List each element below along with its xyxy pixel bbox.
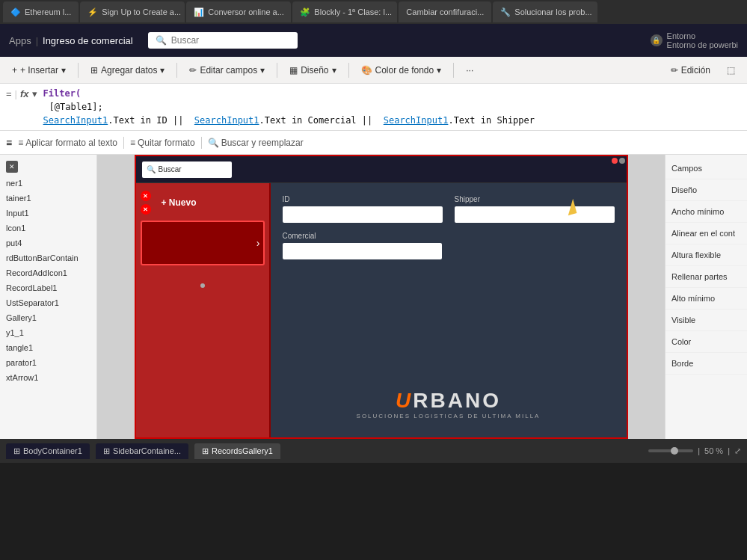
tab-ethereum[interactable]: 🔷 Ethereum l... (3, 1, 79, 22)
app-field-id-label: ID (283, 195, 443, 203)
edicion-button[interactable]: ✏ Edición (663, 62, 718, 79)
tab-blockly[interactable]: 🧩 Blockly - 1ª Clase: l... (292, 1, 397, 22)
delete-icon-2[interactable]: ✕ (141, 204, 151, 215)
nuevo-label[interactable]: + Nuevo (162, 197, 197, 208)
status-tab-sidebar-label: SidebarContaine... (113, 446, 181, 455)
search-box[interactable]: 🔍 (148, 32, 298, 49)
app-field-shipper-input[interactable] (455, 206, 615, 223)
ribbon-separator-3 (277, 63, 277, 78)
apply-format-label: Aplicar formato al texto (25, 138, 117, 148)
editar-campos-label: Editar campos (200, 65, 257, 76)
left-panel-item-2[interactable]: Input1 (0, 206, 96, 221)
close-button[interactable]: ✕ (6, 161, 18, 173)
tab-blockly-label: Blockly - 1ª Clase: l... (314, 7, 392, 16)
tab-solucionar[interactable]: 🔧 Solucionar los prob... (493, 1, 597, 22)
more-button[interactable]: ··· (460, 62, 479, 79)
left-panel-item-0[interactable]: ner1 (0, 176, 96, 191)
left-panel-item-7[interactable]: RecordLabel1 (0, 280, 96, 295)
editar-campos-button[interactable]: ✏ Editar campos ▾ (183, 62, 271, 79)
app-field-id-input[interactable] (283, 206, 443, 223)
right-panel-diseno[interactable]: Diseño (665, 179, 747, 201)
remove-format-button[interactable]: ≡ Quitar formato (130, 138, 195, 148)
ribbon-separator-4 (348, 63, 349, 78)
entorno-info: Entorno Entorno de powerbi (667, 31, 738, 49)
zoom-expand-icon[interactable]: ⤢ (734, 446, 741, 456)
app-corner-indicators (612, 158, 625, 164)
diseno-button[interactable]: ▦ Diseño ▾ (283, 62, 342, 79)
remove-format-icon: ≡ (130, 138, 135, 148)
app-field-comercial-input[interactable] (283, 243, 442, 259)
search-replace-icon: 🔍 (208, 138, 219, 148)
left-panel-item-11[interactable]: tangle1 (0, 340, 96, 355)
entorno-label: Entorno (667, 31, 738, 40)
agregar-datos-button[interactable]: ⊞ Agregar datos ▾ (84, 62, 170, 79)
app-field-id: ID (283, 195, 443, 223)
left-panel-item-3[interactable]: lcon1 (0, 221, 96, 236)
app-sidebar-header: ✕ ✕ + Nuevo (141, 188, 265, 218)
left-panel-item-6[interactable]: RecordAddIcon1 (0, 265, 96, 280)
app-preview-search[interactable]: 🔍 Buscar (142, 161, 232, 178)
browser-tab-bar: 🔷 Ethereum l... ⚡ Sign Up to Create a...… (0, 0, 747, 24)
status-tab-body[interactable]: ⊞ BodyContainer1 (6, 443, 90, 459)
app-record-item[interactable]: › (141, 221, 265, 265)
search-input[interactable] (171, 35, 290, 46)
search-icon: 🔍 (156, 35, 167, 46)
left-panel-item-4[interactable]: put4 (0, 236, 96, 250)
delete-icon-1[interactable]: ✕ (141, 191, 151, 201)
left-panel-item-13[interactable]: xtArrow1 (0, 370, 96, 385)
triple-line-icon: ≡ (6, 137, 12, 149)
zoom-slider-thumb[interactable] (671, 447, 678, 455)
search-replace-button[interactable]: 🔍 Buscar y reemplazar (208, 138, 304, 148)
left-panel-item-10[interactable]: y1_1 (0, 325, 96, 340)
status-tab-sidebar[interactable]: ⊞ SidebarContaine... (96, 443, 188, 459)
right-panel-borde[interactable]: Borde (665, 353, 747, 375)
agregar-datos-chevron-icon: ▾ (160, 65, 165, 76)
tab-signup[interactable]: ⚡ Sign Up to Create a... (80, 1, 185, 22)
status-bar: ⊞ BodyContainer1 ⊞ SidebarContaine... ⊞ … (0, 439, 747, 463)
formula-separator-icon: | (15, 88, 17, 99)
zoom-separator-left: | (698, 446, 700, 455)
apply-format-button[interactable]: ≡ Aplicar formato al texto (18, 138, 117, 148)
zoom-slider[interactable] (648, 449, 693, 452)
left-panel-item-9[interactable]: Gallery1 (0, 310, 96, 325)
right-panel-alto[interactable]: Alto mínimo (665, 288, 747, 310)
right-panel-ancho[interactable]: Ancho mínimo (665, 201, 747, 223)
sidebar-container-icon: ⊞ (103, 446, 110, 456)
tab-cambiar-label: Cambiar confifuraci... (406, 7, 484, 16)
left-panel-item-12[interactable]: parator1 (0, 355, 96, 370)
zoom-separator-right: | (728, 446, 730, 455)
expand-icon: ⬚ (727, 65, 735, 76)
tab-conversor-icon: 📊 (194, 7, 204, 17)
ribbon-separator-5 (453, 63, 454, 78)
breadcrumb: Apps | Ingreso de comercial (9, 35, 133, 46)
left-panel-item-8[interactable]: UstSeparator1 (0, 295, 96, 310)
right-panel-campos[interactable]: Campos (665, 158, 747, 179)
editar-campos-icon: ✏ (189, 65, 197, 76)
right-panel-altura[interactable]: Altura flexible (665, 244, 747, 266)
tab-blockly-icon: 🧩 (300, 7, 310, 17)
app-toolbar: Apps | Ingreso de comercial 🔍 🔒 Entorno … (0, 24, 747, 57)
breadcrumb-separator: | (36, 35, 38, 46)
indicator-red (612, 158, 618, 164)
formula-fx-icon[interactable]: fx (20, 88, 29, 99)
formula-chevron-icon[interactable]: ▾ (32, 88, 37, 99)
app-field-comercial-label: Comercial (283, 232, 442, 240)
right-panel-color[interactable]: Color (665, 331, 747, 353)
logo-u-letter: U (396, 389, 413, 413)
insertar-button[interactable]: + + Insertar ▾ (6, 62, 72, 79)
formula-equals-icon[interactable]: = (6, 88, 12, 99)
tab-cambiar[interactable]: Cambiar confifuraci... (399, 1, 491, 22)
color-fondo-button[interactable]: 🎨 Color de fondo ▾ (355, 62, 448, 79)
tab-signup-label: Sign Up to Create a... (102, 7, 181, 16)
format-toolbar: ≡ ≡ Aplicar formato al texto ≡ Quitar fo… (0, 131, 747, 155)
status-tab-records[interactable]: ⊞ RecordsGallery1 (194, 443, 280, 459)
right-panel-visible[interactable]: Visible (665, 310, 747, 331)
expand-button[interactable]: ⬚ (721, 62, 741, 79)
agregar-datos-icon: ⊞ (90, 65, 98, 76)
left-panel-item-1[interactable]: tainer1 (0, 191, 96, 206)
right-panel-rellenar[interactable]: Rellenar partes (665, 266, 747, 288)
tab-conversor[interactable]: 📊 Conversor online a... (186, 1, 291, 22)
right-panel-alinear[interactable]: Alinear en el cont (665, 223, 747, 244)
tab-conversor-label: Conversor online a... (208, 7, 284, 16)
left-panel-item-5[interactable]: rdButtonBarContain (0, 250, 96, 265)
